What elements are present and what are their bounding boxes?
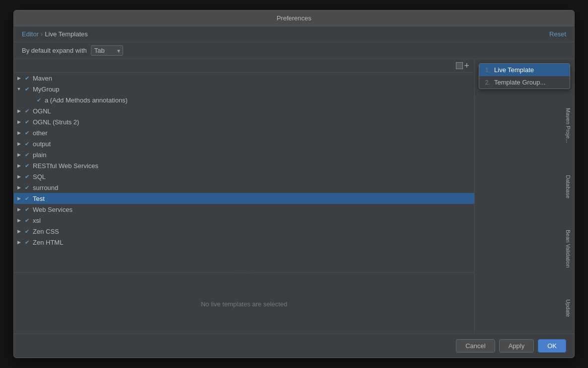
- list-item[interactable]: ▶ ✔ Web Services: [14, 204, 474, 215]
- item-label: output: [33, 140, 51, 148]
- list-item[interactable]: ▶ ✔ Zen CSS: [14, 226, 474, 237]
- checkbox-icon: ✔: [23, 151, 31, 159]
- sidebar-tab-database[interactable]: Database: [564, 173, 572, 202]
- expand-arrow-icon: ▶: [16, 195, 22, 201]
- dialog-footer: Cancel Apply OK: [14, 334, 574, 358]
- expand-arrow-icon: ▶: [16, 108, 22, 114]
- item-label: a (Add Methods annotations): [45, 96, 128, 104]
- main-content: + ▶ ✔ Maven ▼ ✔ MyGroup: [14, 59, 574, 334]
- list-item[interactable]: ▶ ✔ xsl: [14, 215, 474, 226]
- checkbox-icon: ✔: [23, 107, 31, 115]
- expand-select[interactable]: Tab Enter Space: [91, 45, 123, 56]
- add-template-button[interactable]: +: [463, 61, 470, 70]
- list-item[interactable]: ▶ ✔ other: [14, 127, 474, 138]
- ok-button[interactable]: OK: [538, 339, 566, 353]
- checkbox-icon: ✔: [23, 238, 31, 246]
- checkbox-icon: ✔: [23, 173, 31, 181]
- list-item[interactable]: ▶ ✔ Maven: [14, 73, 474, 84]
- dropdown-item-live-template[interactable]: 1. Live Template: [479, 64, 570, 76]
- expand-arrow-icon: ▼: [16, 86, 22, 92]
- dialog-title: Preferences: [277, 14, 311, 22]
- list-item[interactable]: ▶ ✔ Zen HTML: [14, 237, 474, 248]
- item-label: Zen CSS: [33, 228, 59, 235]
- expand-arrow-icon: ▶: [16, 163, 22, 169]
- expand-arrow-icon: ▶: [16, 141, 22, 147]
- right-panel: 1. Live Template 2. Template Group... Ma…: [475, 59, 574, 334]
- dialog-overlay: Preferences Editor › Live Templates Rese…: [0, 0, 588, 368]
- expand-arrow-icon: ▶: [16, 206, 22, 212]
- expand-arrow-icon: ▶: [16, 228, 22, 234]
- list-item-selected[interactable]: ▶ ✔ Test: [14, 193, 474, 204]
- dropdown-item-label: Template Group...: [494, 79, 545, 86]
- item-label: xsl: [33, 217, 41, 224]
- checkbox-icon: ✔: [23, 184, 31, 191]
- list-item[interactable]: ▶ ✔ OGNL (Struts 2): [14, 116, 474, 127]
- expand-arrow-icon: ▶: [16, 130, 22, 136]
- template-list-header: +: [14, 59, 474, 73]
- dropdown-item-label: Live Template: [494, 66, 534, 74]
- list-item[interactable]: ▶ ✔ SQL: [14, 171, 474, 182]
- apply-button[interactable]: Apply: [499, 339, 534, 353]
- expand-arrow-icon: ▶: [16, 75, 22, 81]
- list-item[interactable]: ▶ ✔ surround: [14, 182, 474, 193]
- dropdown-item-template-group[interactable]: 2. Template Group...: [479, 76, 570, 89]
- checkbox-icon: ✔: [23, 216, 31, 224]
- bottom-panel: No live templates are selected: [14, 274, 474, 334]
- sidebar-tab-maven[interactable]: Maven Proje...: [564, 106, 572, 147]
- checkbox-icon: ✔: [23, 118, 31, 126]
- preferences-dialog: Preferences Editor › Live Templates Rese…: [13, 10, 575, 358]
- list-item[interactable]: ▼ ✔ MyGroup: [14, 84, 474, 94]
- expand-arrow-icon: ▶: [16, 239, 22, 245]
- sidebar-tab-update[interactable]: Update: [564, 297, 572, 320]
- item-label: Maven: [33, 75, 52, 82]
- breadcrumb-bar: Editor › Live Templates Reset: [14, 26, 574, 42]
- breadcrumb: Editor › Live Templates: [22, 30, 88, 38]
- dropdown-item-number: 2.: [485, 79, 490, 86]
- expand-collapse-icon[interactable]: [456, 62, 463, 69]
- item-label: Web Services: [33, 206, 73, 213]
- item-label: Test: [33, 195, 45, 202]
- sidebar-tab-bean[interactable]: Bean Validation: [564, 228, 572, 271]
- expand-arrow-icon: ▶: [16, 174, 22, 180]
- expand-arrow-icon: [28, 97, 34, 103]
- dropdown-item-number: 1.: [485, 67, 490, 74]
- item-label: Zen HTML: [33, 239, 63, 246]
- list-item[interactable]: ▶ ✔ output: [14, 138, 474, 149]
- checkbox-icon: ✔: [23, 140, 31, 148]
- list-item[interactable]: ▶ ✔ OGNL: [14, 105, 474, 116]
- expand-arrow-icon: ▶: [16, 152, 22, 158]
- breadcrumb-parent[interactable]: Editor: [22, 30, 39, 38]
- list-item[interactable]: ✔ a (Add Methods annotations): [14, 94, 474, 105]
- list-item[interactable]: ▶ ✔ plain: [14, 149, 474, 160]
- checkbox-icon: ✔: [23, 194, 31, 202]
- item-label: MyGroup: [33, 86, 59, 93]
- template-list: ▶ ✔ Maven ▼ ✔ MyGroup ✔ a (Add Meth: [14, 73, 474, 272]
- checkbox-icon: ✔: [23, 162, 31, 170]
- checkbox-icon: ✔: [23, 205, 31, 213]
- dialog-titlebar: Preferences: [14, 10, 574, 26]
- cancel-button[interactable]: Cancel: [456, 339, 495, 353]
- left-panel: + ▶ ✔ Maven ▼ ✔ MyGroup: [14, 59, 475, 334]
- item-label: OGNL (Struts 2): [33, 118, 79, 126]
- empty-message: No live templates are selected: [201, 300, 287, 308]
- expand-arrow-icon: ▶: [16, 217, 22, 223]
- item-label: SQL: [33, 173, 46, 181]
- item-label: other: [33, 129, 48, 137]
- expand-select-wrapper: Tab Enter Space ▼: [91, 45, 123, 56]
- breadcrumb-current: Live Templates: [45, 30, 87, 38]
- item-label: plain: [33, 151, 46, 159]
- checkbox-icon: ✔: [35, 96, 43, 104]
- checkbox-icon: ✔: [23, 85, 31, 93]
- expand-arrow-icon: ▶: [16, 119, 22, 125]
- list-item[interactable]: ▶ ✔ RESTful Web Services: [14, 160, 474, 171]
- checkbox-icon: ✔: [23, 74, 31, 82]
- checkbox-icon: ✔: [23, 227, 31, 235]
- breadcrumb-separator: ›: [41, 30, 43, 38]
- item-label: RESTful Web Services: [33, 162, 98, 170]
- item-label: surround: [33, 184, 58, 191]
- dropdown-menu: 1. Live Template 2. Template Group...: [479, 63, 570, 89]
- checkbox-icon: ✔: [23, 129, 31, 137]
- expand-bar: By default expand with Tab Enter Space ▼: [14, 42, 574, 59]
- reset-button[interactable]: Reset: [549, 30, 566, 38]
- expand-label: By default expand with: [22, 47, 87, 54]
